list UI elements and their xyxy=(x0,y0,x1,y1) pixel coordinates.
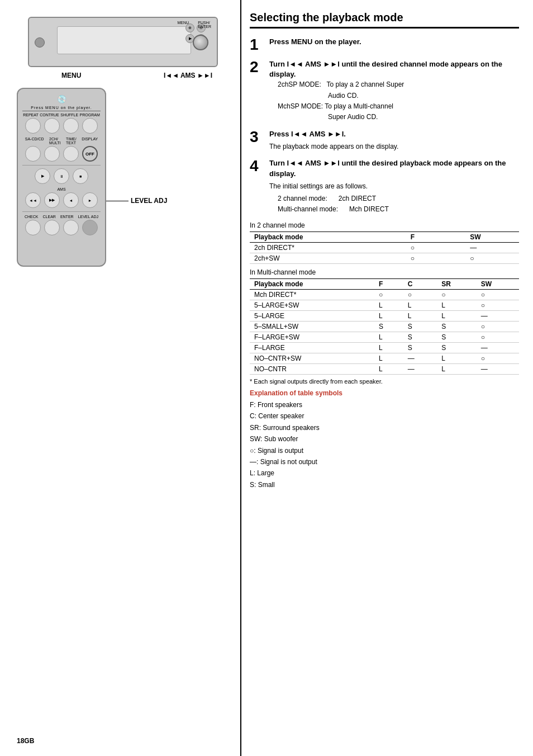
table-cell: ○ xyxy=(477,332,519,343)
table-cell: S xyxy=(437,343,476,353)
table-cell: L xyxy=(437,300,476,311)
table-cell: L xyxy=(374,343,403,353)
table-row: Mch DIRECT*○○○○ xyxy=(250,290,519,300)
device-display xyxy=(57,26,191,54)
step-2-line-2: Audio CD. xyxy=(328,91,519,101)
remote-play-btn[interactable]: ▶ xyxy=(35,168,50,184)
remote-contrue-btn[interactable] xyxy=(44,118,60,134)
device-knob[interactable] xyxy=(193,35,208,50)
table-cell: S xyxy=(403,343,437,353)
table-cell: S xyxy=(437,332,476,343)
table-cell: L xyxy=(437,353,476,364)
table-cell: L xyxy=(374,311,403,322)
section-title: Selecting the playback mode xyxy=(250,11,519,29)
in-2ch-label: In 2 channel mode xyxy=(250,221,519,229)
table-row: NO–CNTRL—L— xyxy=(250,364,519,375)
table-cell: ○ xyxy=(477,353,519,364)
level-adj-arrow-row: LEVEL ADJ xyxy=(106,197,167,205)
remote-2ch-btn[interactable] xyxy=(44,146,60,162)
remote-next-btn[interactable]: ► xyxy=(82,192,98,208)
level-adj-line xyxy=(106,201,129,201)
left-panel: ⊕ ⊖ ▶ ⊙ MENU PUSH/ENTER MENU I◄◄ AMS ►►I… xyxy=(0,0,240,756)
remote-ams-label: AMS xyxy=(22,187,101,191)
page-number: 18GB xyxy=(17,737,34,745)
remote-divider-1 xyxy=(22,165,101,166)
table-cell: L xyxy=(374,353,403,364)
remote-check-btn[interactable] xyxy=(25,220,41,235)
step-4-initial-settings: 2 channel mode: 2ch DIRECT Multi-channel… xyxy=(278,193,519,215)
table-cell: S xyxy=(437,322,476,332)
td-2ch-sw-f: ○ xyxy=(406,253,441,264)
explanation-item: F: Front speakers xyxy=(250,399,519,410)
device-diagram: ⊕ ⊖ ▶ ⊙ MENU PUSH/ENTER xyxy=(17,17,229,67)
explanation-list: F: Front speakersC: Center speakerSR: Su… xyxy=(250,399,519,490)
th-mch-sw: SW xyxy=(477,279,519,290)
table-row: 5–LARGE+SWLLL○ xyxy=(250,300,519,311)
remote-shuffle-btn[interactable] xyxy=(63,118,79,134)
table-cell: NO–CNTR+SW xyxy=(250,353,374,364)
explanation-item: SW: Sub woofer xyxy=(250,433,519,445)
remote-program-btn[interactable] xyxy=(82,118,98,134)
th-2ch-sw: SW xyxy=(465,232,519,243)
table-row: F–LARGELSS— xyxy=(250,343,519,353)
td-2ch-sw-empty xyxy=(441,253,465,264)
remote-pause-btn[interactable]: ⏸ xyxy=(54,168,69,184)
remote-play-controls: ▶ ⏸ ■ xyxy=(22,168,101,184)
step-4-number: 4 xyxy=(250,158,266,174)
table-cell: L xyxy=(403,300,437,311)
device-btn-1[interactable]: ⊕ xyxy=(185,23,194,32)
remote-enter-btn[interactable] xyxy=(63,220,79,235)
step-1-title: Press MENU on the player. xyxy=(269,37,519,47)
th-2ch-empty xyxy=(441,232,465,243)
explanation-item: ○: Signal is output xyxy=(250,445,519,456)
step-4-title: Turn I◄◄ AMS ►►I until the desired playb… xyxy=(269,158,519,178)
table-cell: — xyxy=(477,343,519,353)
explanation-title: Explanation of table symbols xyxy=(250,389,519,397)
step-1-number: 1 xyxy=(250,37,266,53)
remote-stop-btn[interactable]: ■ xyxy=(73,168,88,184)
table-cell: ○ xyxy=(477,290,519,300)
remote-divider-2 xyxy=(22,211,101,212)
power-button[interactable] xyxy=(35,37,45,48)
table-cell: L xyxy=(374,300,403,311)
remote-back-btn[interactable]: ◄ xyxy=(63,192,79,208)
table-cell: — xyxy=(403,364,437,375)
table-cell: — xyxy=(477,364,519,375)
remote-time-btn[interactable] xyxy=(63,146,79,162)
step-2-body: 2chSP MODE: To play a 2 channel Super Au… xyxy=(278,79,519,122)
device-menu-label: MENU xyxy=(177,21,189,25)
step-2-line-1: 2chSP MODE: To play a 2 channel Super xyxy=(278,79,519,90)
step-1-content: Press MENU on the player. xyxy=(269,37,519,47)
td-2ch-direct-f: ○ xyxy=(406,243,441,253)
step-2-line-4: Super Audio CD. xyxy=(328,112,519,122)
td-2ch-direct-name: 2ch DIRECT* xyxy=(250,243,406,253)
explanation-item: —: Signal is not output xyxy=(250,456,519,467)
explanation-item: C: Center speaker xyxy=(250,410,519,422)
remote-repeat-btn[interactable] xyxy=(25,118,41,134)
remote-sacd-btn[interactable] xyxy=(25,146,41,162)
explanation-item: SR: Surround speakers xyxy=(250,422,519,433)
step-2-line-3: MchSP MODE: To play a Multi-channel xyxy=(278,101,519,112)
step-2-title: Turn I◄◄ AMS ►►I until the desired chann… xyxy=(269,59,519,79)
menu-label: MENU xyxy=(61,72,81,79)
table-cell: 5–LARGE+SW xyxy=(250,300,374,311)
remote-level-adj-btn[interactable] xyxy=(82,220,98,235)
remote-display-btn[interactable]: OFF xyxy=(82,146,98,162)
remote-prev-btn[interactable]: ◄◄ xyxy=(25,192,41,208)
table-cell: — xyxy=(403,353,437,364)
level-adj-label: LEVEL ADJ xyxy=(131,197,167,205)
remote-row-labels-1: REPEAT CONTRUE SHUFFLE PROGRAM xyxy=(22,113,101,117)
table-cell: F–LARGE xyxy=(250,343,374,353)
table-cell: ○ xyxy=(437,290,476,300)
table-cell: 5–LARGE xyxy=(250,311,374,322)
ams-label: I◄◄ AMS ►►I xyxy=(164,72,212,79)
table-cell: — xyxy=(477,311,519,322)
remote-control: 💿 Press MENU on the player. REPEAT CONTR… xyxy=(17,88,106,267)
remote-row-labels-2: SA-CD/CD 2CH/MULTI TIME/TEXT DISPLAY xyxy=(22,137,101,145)
remote-fwd-btn[interactable]: ▶▶ xyxy=(44,192,60,208)
remote-nav-row: ◄◄ ▶▶ ◄ ► xyxy=(22,192,101,208)
remote-clear-btn[interactable] xyxy=(44,220,60,235)
explanation-item: S: Small xyxy=(250,479,519,490)
table-2ch: Playback mode F SW 2ch DIRECT* ○ — 2ch+S… xyxy=(250,231,519,264)
setting-1-mode: 2 channel mode: xyxy=(278,193,327,204)
